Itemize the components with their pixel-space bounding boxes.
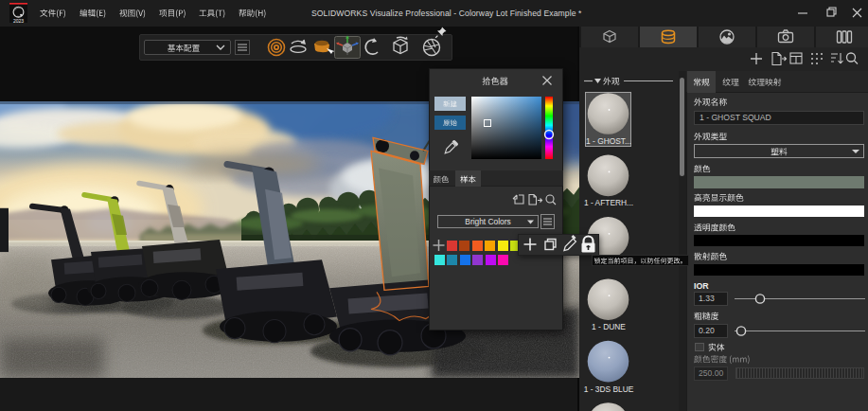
svg-text:2023: 2023 — [13, 18, 24, 24]
